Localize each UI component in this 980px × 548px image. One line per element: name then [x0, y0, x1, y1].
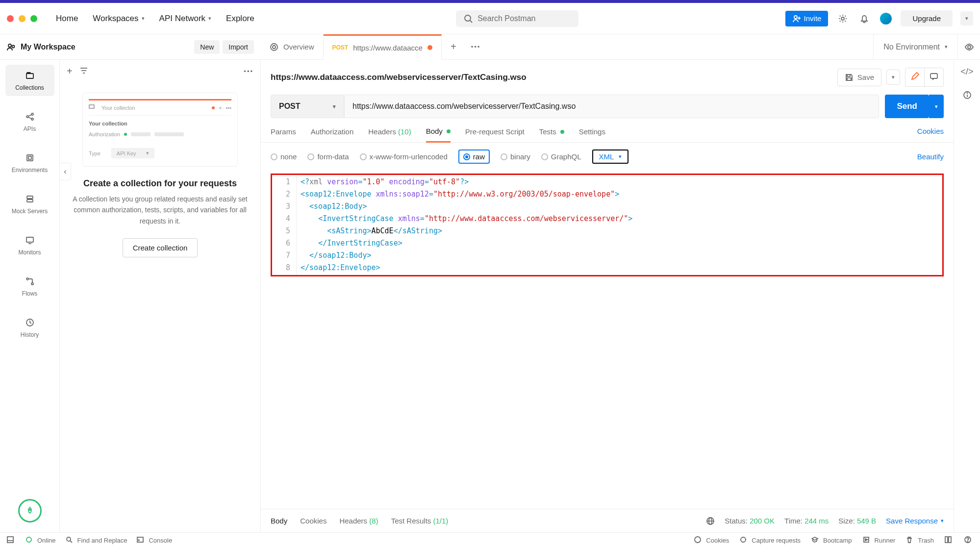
status-trash[interactable]: Trash — [906, 536, 934, 545]
code-body[interactable]: <?xml version="1.0" encoding="utf-8"?><s… — [297, 175, 636, 275]
svg-point-10 — [31, 113, 33, 115]
new-tab-button[interactable]: + — [442, 41, 465, 52]
resp-tab-body[interactable]: Body — [271, 517, 287, 525]
reqtab-body[interactable]: Body — [426, 127, 451, 143]
send-dropdown[interactable]: ▾ — [929, 95, 944, 118]
rocket-icon[interactable] — [18, 499, 42, 523]
search-input[interactable]: Search Postman — [456, 10, 578, 27]
beautify-link[interactable]: Beautify — [917, 152, 944, 161]
flows-icon — [24, 275, 36, 287]
environment-select[interactable]: No Environment▾ — [873, 34, 957, 60]
maximize-icon[interactable] — [30, 15, 37, 22]
people-icon — [7, 43, 16, 51]
svg-rect-49 — [945, 537, 948, 543]
nav-home[interactable]: Home — [51, 11, 83, 26]
layout-icon[interactable] — [945, 536, 954, 545]
code-editor[interactable]: 12345678 <?xml version="1.0" encoding="u… — [271, 174, 944, 276]
bodytype-raw[interactable]: raw — [458, 149, 490, 164]
reqtab-authorization[interactable]: Authorization — [311, 127, 354, 142]
bell-icon[interactable] — [857, 12, 871, 25]
upgrade-dropdown[interactable]: ▾ — [960, 11, 973, 25]
status-capture[interactable]: Capture requests — [740, 536, 801, 545]
status-cookies[interactable]: Cookies — [694, 536, 729, 545]
sidebar-item-history[interactable]: History — [5, 312, 54, 343]
svg-rect-17 — [27, 199, 33, 202]
send-button[interactable]: Send — [885, 95, 929, 118]
tab-more-icon[interactable]: ••• — [465, 43, 487, 50]
reqtab-tests[interactable]: Tests — [539, 127, 564, 142]
nav-workspaces[interactable]: Workspaces▾ — [88, 11, 149, 26]
sidebar-item-collections[interactable]: Collections — [5, 65, 54, 96]
status-bootcamp[interactable]: Bootcamp — [811, 536, 852, 545]
empty-state-desc: A collection lets you group related requ… — [60, 194, 260, 226]
tab-request[interactable]: POST https://www.dataacce — [324, 34, 442, 60]
svg-point-7 — [12, 45, 15, 48]
resp-tab-tests[interactable]: Test Results (1/1) — [391, 517, 449, 525]
console[interactable]: Console — [137, 536, 172, 545]
reqtab-settings[interactable]: Settings — [579, 127, 605, 142]
svg-point-43 — [67, 537, 71, 541]
bodytype-graphql[interactable]: GraphQL — [541, 152, 581, 161]
workspace-header: My Workspace New Import — [0, 34, 261, 60]
svg-point-23 — [29, 509, 30, 511]
pane-icon[interactable] — [7, 536, 16, 545]
sidebar-item-flows[interactable]: Flows — [5, 271, 54, 302]
folder-icon — [89, 103, 98, 112]
add-button[interactable]: + — [67, 66, 73, 77]
resp-tab-headers[interactable]: Headers (8) — [339, 517, 378, 525]
svg-rect-15 — [28, 156, 31, 159]
close-icon[interactable] — [7, 15, 14, 22]
sidebar-item-mock-servers[interactable]: Mock Servers — [5, 188, 54, 220]
illustration: Your collecton+••• Your collection Autho… — [82, 93, 238, 167]
import-button[interactable]: Import — [223, 40, 254, 54]
environment-quicklook-icon[interactable] — [957, 34, 980, 60]
online-status[interactable]: Online — [25, 536, 56, 545]
svg-point-6 — [8, 44, 11, 47]
invite-button[interactable]: Invite — [785, 11, 829, 26]
find-replace[interactable]: Find and Replace — [66, 536, 127, 545]
tab-overview[interactable]: Overview — [261, 34, 324, 60]
code-icon[interactable]: </> — [960, 67, 973, 77]
nav-api-network[interactable]: API Network▾ — [154, 11, 216, 26]
reqtab-prerequest[interactable]: Pre-request Script — [465, 127, 525, 142]
filter-icon[interactable] — [79, 66, 88, 76]
comment-icon[interactable] — [924, 68, 943, 86]
status-runner[interactable]: Runner — [863, 536, 896, 545]
sidebar-item-monitors[interactable]: Monitors — [5, 229, 54, 261]
sidebar-item-apis[interactable]: APIs — [5, 106, 54, 137]
cookies-link[interactable]: Cookies — [917, 127, 944, 142]
resp-tab-cookies[interactable]: Cookies — [300, 517, 327, 525]
create-collection-button[interactable]: Create collection — [123, 238, 198, 257]
overview-icon — [270, 43, 278, 51]
method-select[interactable]: POST▾ — [271, 95, 344, 118]
bodytype-form-data[interactable]: form-data — [307, 152, 349, 161]
workspace-name[interactable]: My Workspace — [21, 43, 75, 51]
more-icon[interactable]: ••• — [244, 68, 253, 75]
avatar[interactable] — [879, 12, 893, 25]
save-button[interactable]: Save — [837, 69, 881, 86]
reqtab-headers[interactable]: Headers (10) — [368, 127, 411, 142]
raw-format-select[interactable]: XML▾ — [592, 149, 629, 164]
bodytype-x-www-form-urlencoded[interactable]: x-www-form-urlencoded — [360, 152, 448, 161]
help-icon[interactable] — [964, 536, 973, 545]
unsaved-dot-icon — [427, 45, 432, 50]
edit-icon[interactable] — [905, 68, 924, 86]
globe-icon[interactable] — [706, 517, 715, 525]
minimize-icon[interactable] — [19, 15, 25, 22]
bodytype-none[interactable]: none — [271, 152, 297, 161]
new-button[interactable]: New — [194, 40, 220, 54]
bodytype-binary[interactable]: binary — [501, 152, 530, 161]
nav-explore[interactable]: Explore — [221, 11, 259, 26]
svg-line-44 — [70, 541, 72, 543]
url-input[interactable]: https://www.dataaccess.com/webservicesse… — [344, 95, 879, 118]
save-response-button[interactable]: Save Response▾ — [886, 517, 944, 525]
upgrade-button[interactable]: Upgrade — [901, 10, 953, 26]
svg-rect-31 — [847, 75, 850, 76]
info-icon[interactable] — [963, 91, 972, 102]
collapse-panel-icon[interactable]: ‹ — [59, 163, 71, 180]
save-dropdown[interactable]: ▾ — [886, 70, 900, 85]
svg-point-28 — [271, 44, 277, 50]
reqtab-params[interactable]: Params — [271, 127, 296, 142]
sidebar-item-environments[interactable]: Environments — [5, 147, 54, 178]
settings-icon[interactable] — [836, 12, 850, 25]
